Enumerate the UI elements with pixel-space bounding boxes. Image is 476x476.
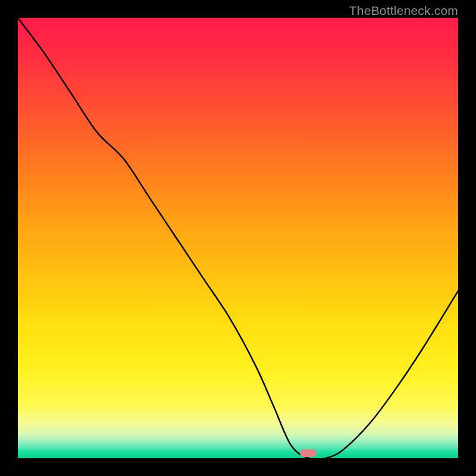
watermark-text: TheBottleneck.com — [349, 4, 458, 18]
chart-plot-area — [18, 18, 458, 458]
chart-background-gradient — [18, 18, 458, 458]
optimal-point-marker — [300, 449, 317, 457]
